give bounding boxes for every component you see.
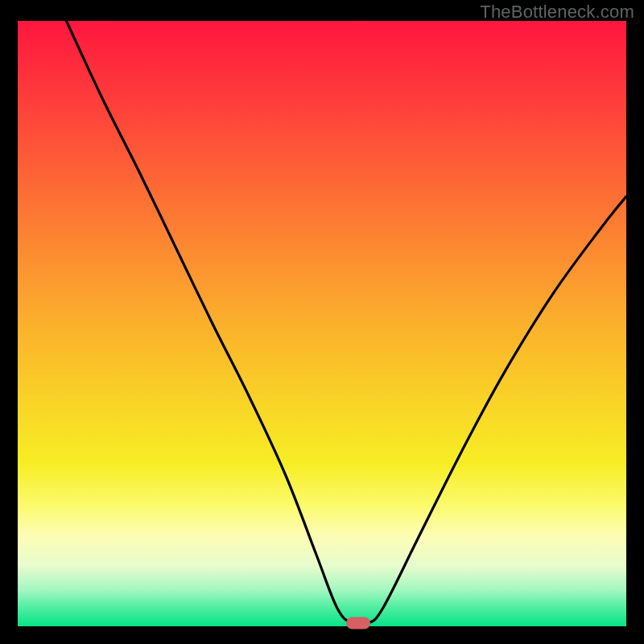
minimum-marker — [346, 617, 370, 630]
plot-area — [18, 21, 626, 626]
watermark-text: TheBottleneck.com — [480, 2, 634, 23]
bottleneck-curve — [18, 21, 626, 626]
chart-frame: TheBottleneck.com — [0, 0, 644, 644]
